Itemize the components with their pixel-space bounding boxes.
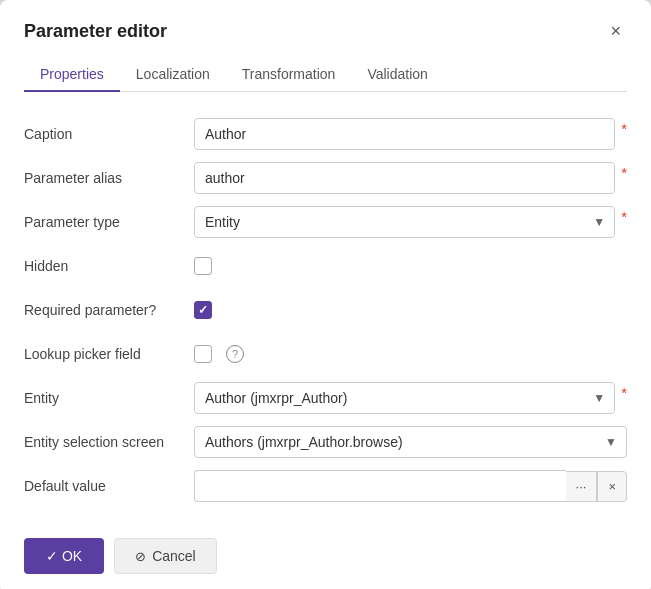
tab-validation[interactable]: Validation: [351, 58, 443, 92]
parameter-alias-control: *: [194, 162, 627, 194]
parameter-type-row: Parameter type Entity String Integer Boo…: [24, 200, 627, 244]
lookup-picker-control: ?: [194, 345, 627, 363]
tab-localization[interactable]: Localization: [120, 58, 226, 92]
dialog-footer: ✓ OK ⊘ Cancel: [24, 528, 627, 574]
required-parameter-control: [194, 301, 627, 319]
caption-control: *: [194, 118, 627, 150]
ok-button[interactable]: ✓ OK: [24, 538, 104, 574]
parameter-type-label: Parameter type: [24, 214, 194, 230]
parameter-type-select-wrapper: Entity String Integer Boolean ▼: [194, 206, 615, 238]
lookup-picker-checkbox[interactable]: [194, 345, 212, 363]
default-value-row: Default value ··· ×: [24, 464, 627, 508]
parameter-alias-required-star: *: [621, 164, 627, 181]
default-value-clear-button[interactable]: ×: [597, 471, 627, 502]
entity-row: Entity Author (jmxrpr_Author) ▼ *: [24, 376, 627, 420]
default-value-input[interactable]: [194, 470, 566, 502]
entity-select-wrapper: Author (jmxrpr_Author) ▼: [194, 382, 615, 414]
parameter-editor-dialog: Parameter editor × Properties Localizati…: [0, 0, 651, 589]
lookup-picker-help-icon[interactable]: ?: [226, 345, 244, 363]
caption-required-star: *: [621, 120, 627, 137]
entity-selection-screen-select-wrapper: Authors (jmxrpr_Author.browse) ▼: [194, 426, 627, 458]
entity-label: Entity: [24, 390, 194, 406]
parameter-type-select[interactable]: Entity String Integer Boolean: [194, 206, 615, 238]
parameter-type-required-star: *: [621, 208, 627, 225]
default-value-input-group: ··· ×: [194, 470, 627, 502]
hidden-checkbox-wrap: [194, 257, 212, 275]
entity-selection-screen-select[interactable]: Authors (jmxrpr_Author.browse): [194, 426, 627, 458]
parameter-type-control: Entity String Integer Boolean ▼ *: [194, 206, 627, 238]
caption-label: Caption: [24, 126, 194, 142]
dialog-title: Parameter editor: [24, 21, 167, 42]
parameter-alias-input[interactable]: [194, 162, 615, 194]
hidden-row: Hidden: [24, 244, 627, 288]
cancel-button[interactable]: ⊘ Cancel: [114, 538, 217, 574]
entity-selection-screen-label: Entity selection screen: [24, 434, 194, 450]
cancel-icon: ⊘: [135, 549, 146, 564]
parameter-alias-label: Parameter alias: [24, 170, 194, 186]
form-body: Caption * Parameter alias * Parameter ty…: [24, 112, 627, 508]
hidden-checkbox[interactable]: [194, 257, 212, 275]
close-button[interactable]: ×: [604, 20, 627, 42]
entity-selection-screen-control: Authors (jmxrpr_Author.browse) ▼: [194, 426, 627, 458]
default-value-label: Default value: [24, 478, 194, 494]
cancel-label: Cancel: [152, 548, 196, 564]
required-parameter-label: Required parameter?: [24, 302, 194, 318]
required-parameter-checkbox[interactable]: [194, 301, 212, 319]
entity-required-star: *: [621, 384, 627, 401]
caption-row: Caption *: [24, 112, 627, 156]
lookup-picker-label: Lookup picker field: [24, 346, 194, 362]
required-parameter-row: Required parameter?: [24, 288, 627, 332]
hidden-control: [194, 257, 627, 275]
required-parameter-checkbox-wrap: [194, 301, 212, 319]
hidden-label: Hidden: [24, 258, 194, 274]
default-value-control: ··· ×: [194, 470, 627, 502]
tab-transformation[interactable]: Transformation: [226, 58, 352, 92]
dialog-header: Parameter editor ×: [24, 20, 627, 42]
caption-input[interactable]: [194, 118, 615, 150]
tab-properties[interactable]: Properties: [24, 58, 120, 92]
default-value-dots-button[interactable]: ···: [566, 471, 598, 502]
parameter-alias-row: Parameter alias *: [24, 156, 627, 200]
entity-control: Author (jmxrpr_Author) ▼ *: [194, 382, 627, 414]
tab-bar: Properties Localization Transformation V…: [24, 58, 627, 92]
entity-selection-screen-row: Entity selection screen Authors (jmxrpr_…: [24, 420, 627, 464]
lookup-picker-checkbox-wrap: ?: [194, 345, 244, 363]
lookup-picker-row: Lookup picker field ?: [24, 332, 627, 376]
entity-select[interactable]: Author (jmxrpr_Author): [194, 382, 615, 414]
